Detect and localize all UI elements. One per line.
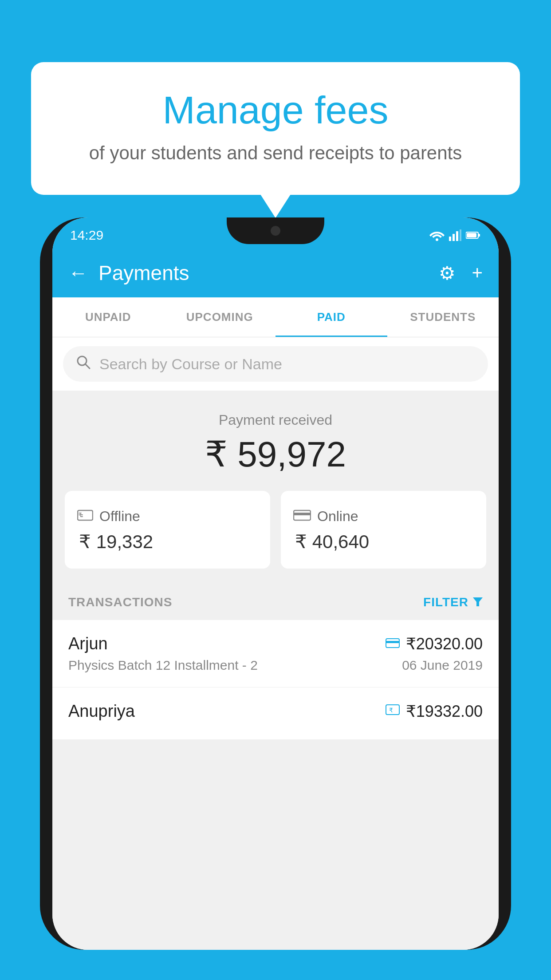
speech-bubble-container: Manage fees of your students and send re… bbox=[31, 62, 520, 195]
speech-bubble: Manage fees of your students and send re… bbox=[31, 62, 520, 195]
svg-rect-7 bbox=[467, 233, 476, 237]
transaction-amount-anupriya: ₹19332.00 bbox=[406, 702, 483, 721]
status-icons bbox=[429, 229, 481, 241]
svg-text:₹: ₹ bbox=[389, 707, 393, 714]
nav-bar: ← Payments ⚙ + bbox=[52, 249, 499, 297]
transaction-name-arjun: Arjun bbox=[68, 634, 108, 653]
svg-rect-16 bbox=[386, 641, 399, 643]
phone-notch bbox=[227, 217, 324, 244]
svg-rect-4 bbox=[460, 229, 461, 241]
signal-icon bbox=[449, 229, 461, 241]
online-payment-type-icon bbox=[386, 636, 400, 652]
filter-icon bbox=[473, 596, 483, 609]
transaction-row-1-anupriya: Anupriya ₹ ₹19332.00 bbox=[68, 702, 483, 721]
tab-paid[interactable]: PAID bbox=[276, 297, 387, 337]
online-card: Online ₹ 40,640 bbox=[281, 491, 486, 569]
transaction-date-arjun: 06 June 2019 bbox=[402, 658, 483, 673]
online-card-header: Online bbox=[293, 507, 474, 526]
svg-rect-1 bbox=[449, 237, 451, 241]
payment-received-amount: ₹ 59,972 bbox=[68, 434, 483, 475]
transaction-amount-wrap-anupriya: ₹ ₹19332.00 bbox=[386, 702, 483, 721]
tab-students[interactable]: STUDENTS bbox=[387, 297, 499, 337]
online-payment-icon bbox=[293, 507, 311, 526]
front-camera bbox=[271, 226, 280, 236]
offline-label: Offline bbox=[99, 508, 140, 525]
svg-point-0 bbox=[436, 238, 438, 241]
transaction-amount-wrap-arjun: ₹20320.00 bbox=[386, 635, 483, 653]
content-area: Search by Course or Name Payment receive… bbox=[52, 337, 499, 950]
phone-device: 14:29 bbox=[40, 217, 511, 950]
transaction-course-arjun: Physics Batch 12 Installment - 2 bbox=[68, 658, 258, 673]
svg-line-9 bbox=[85, 364, 90, 368]
transaction-name-anupriya: Anupriya bbox=[68, 702, 135, 721]
phone-screen: 14:29 bbox=[52, 217, 499, 950]
settings-icon[interactable]: ⚙ bbox=[439, 262, 456, 284]
svg-marker-14 bbox=[473, 597, 483, 606]
svg-rect-6 bbox=[478, 234, 480, 237]
tab-unpaid[interactable]: UNPAID bbox=[52, 297, 164, 337]
svg-rect-3 bbox=[456, 231, 458, 241]
filter-button[interactable]: FILTER bbox=[423, 595, 483, 609]
transactions-header: TRANSACTIONS FILTER bbox=[52, 585, 499, 620]
manage-fees-subtitle: of your students and send receipts to pa… bbox=[67, 142, 484, 164]
online-label: Online bbox=[317, 508, 358, 525]
battery-icon bbox=[466, 231, 481, 240]
nav-actions: ⚙ + bbox=[439, 262, 483, 284]
page-title: Payments bbox=[98, 261, 428, 285]
status-time: 14:29 bbox=[70, 228, 103, 243]
payment-received-label: Payment received bbox=[68, 412, 483, 428]
filter-label: FILTER bbox=[423, 595, 468, 609]
add-icon[interactable]: + bbox=[472, 262, 483, 284]
transaction-row-2-arjun: Physics Batch 12 Installment - 2 06 June… bbox=[68, 658, 483, 673]
search-bar[interactable]: Search by Course or Name bbox=[63, 346, 488, 382]
transaction-item-anupriya[interactable]: Anupriya ₹ ₹19332.00 bbox=[52, 688, 499, 740]
svg-rect-2 bbox=[453, 234, 455, 241]
phone-wrapper: 14:29 bbox=[40, 217, 511, 980]
tabs-bar: UNPAID UPCOMING PAID STUDENTS bbox=[52, 297, 499, 337]
svg-rect-13 bbox=[294, 513, 311, 515]
back-button[interactable]: ← bbox=[68, 262, 88, 284]
offline-card-header: ₹ Offline bbox=[77, 507, 258, 526]
svg-text:₹: ₹ bbox=[78, 511, 82, 518]
offline-amount: ₹ 19,332 bbox=[77, 531, 258, 553]
payment-received-section: Payment received ₹ 59,972 bbox=[52, 391, 499, 491]
wifi-icon bbox=[429, 229, 445, 241]
offline-payment-type-icon: ₹ bbox=[386, 703, 400, 719]
offline-card: ₹ Offline ₹ 19,332 bbox=[65, 491, 270, 569]
offline-payment-icon: ₹ bbox=[77, 507, 93, 526]
payment-cards: ₹ Offline ₹ 19,332 bbox=[52, 491, 499, 585]
search-container: Search by Course or Name bbox=[52, 337, 499, 391]
search-icon bbox=[75, 354, 91, 374]
transaction-item-arjun[interactable]: Arjun ₹20320.00 Physics bbox=[52, 620, 499, 688]
online-amount: ₹ 40,640 bbox=[293, 531, 474, 553]
tab-upcoming[interactable]: UPCOMING bbox=[164, 297, 276, 337]
transaction-row-1-arjun: Arjun ₹20320.00 bbox=[68, 634, 483, 653]
manage-fees-title: Manage fees bbox=[67, 89, 484, 132]
transactions-label: TRANSACTIONS bbox=[68, 595, 172, 609]
transaction-amount-arjun: ₹20320.00 bbox=[406, 635, 483, 653]
search-placeholder-text: Search by Course or Name bbox=[99, 356, 282, 373]
